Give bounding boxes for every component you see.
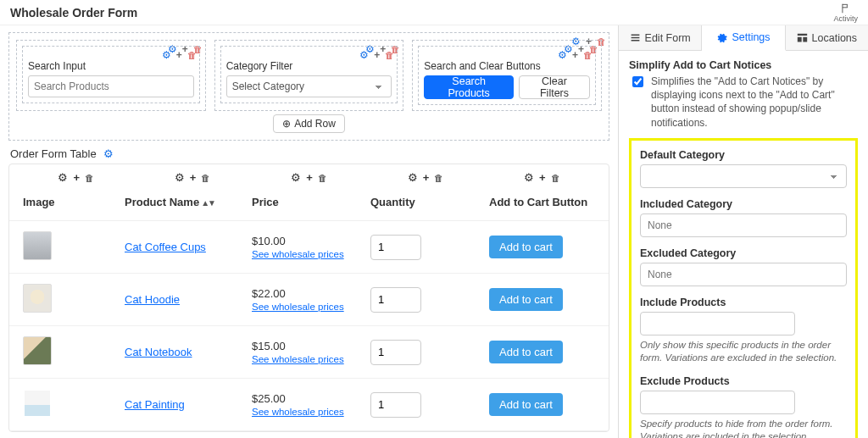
include-products-hint: Only show this specific products in the … (640, 339, 847, 365)
included-category-label: Included Category (640, 198, 847, 210)
trash-icon[interactable] (201, 171, 210, 184)
trash-icon[interactable] (583, 49, 593, 61)
block-label: Category Filter (226, 60, 392, 72)
block-label: Search Input (28, 60, 194, 72)
plus-icon[interactable] (572, 49, 578, 61)
excluded-category-label: Excluded Category (640, 247, 847, 259)
block-search: Search Input (16, 40, 206, 111)
list-icon (630, 32, 641, 43)
trash-icon[interactable] (318, 171, 327, 184)
table-row: Cat Coffee Cups $10.00 See wholesale pri… (9, 221, 609, 274)
page-title: Wholesale Order Form (10, 6, 137, 19)
price-value: $22.00 (252, 287, 360, 300)
gear-icon[interactable] (558, 49, 567, 61)
table-section-title: Order Form Table (10, 147, 609, 160)
tab-settings[interactable]: Settings (702, 25, 785, 51)
col-price[interactable]: Price (247, 192, 365, 212)
settings-body: Simplify Add to Cart Notices Simplifies … (619, 51, 868, 438)
default-category-select[interactable] (640, 164, 847, 188)
product-thumb[interactable] (23, 336, 52, 365)
col-image[interactable]: Image (18, 192, 120, 212)
inner-tools (359, 49, 394, 61)
product-link[interactable]: Cat Coffee Cups (125, 241, 206, 253)
top-bar: Wholesale Order Form Activity (0, 0, 868, 25)
sort-icon: ▲▼ (201, 198, 214, 208)
plus-icon[interactable] (176, 49, 182, 61)
block-buttons: Search and Clear Buttons Search Products… (412, 40, 602, 111)
quantity-input[interactable] (370, 287, 421, 313)
gear-icon (716, 32, 727, 43)
col-quantity[interactable]: Quantity (365, 192, 484, 212)
price-value: $15.00 (252, 340, 360, 352)
add-to-cart-button[interactable]: Add to cart (489, 236, 563, 258)
plus-icon[interactable] (190, 171, 197, 184)
price-value: $10.00 (252, 235, 360, 247)
gear-icon[interactable] (524, 171, 534, 184)
table-row: Cat Painting $25.00 See wholesale prices… (9, 379, 609, 431)
trash-icon[interactable] (85, 171, 94, 184)
add-to-cart-button[interactable]: Add to cart (489, 341, 563, 363)
excluded-category-input[interactable] (640, 263, 847, 286)
quantity-input[interactable] (370, 392, 421, 418)
column-tools-row (9, 164, 609, 187)
gear-icon[interactable] (175, 171, 185, 184)
gear-icon[interactable] (162, 49, 171, 61)
see-wholesale-link[interactable]: See wholesale prices (252, 249, 344, 259)
activity-button[interactable]: Activity (833, 3, 858, 23)
block-category: Category Filter Select Category (214, 40, 404, 111)
product-link[interactable]: Cat Hoodie (125, 293, 180, 306)
exclude-products-hint: Specify products to hide from the order … (640, 418, 847, 438)
product-link[interactable]: Cat Painting (125, 398, 185, 411)
trash-icon[interactable] (434, 171, 443, 184)
see-wholesale-link[interactable]: See wholesale prices (252, 407, 344, 417)
quantity-input[interactable] (370, 235, 421, 260)
block-label: Search and Clear Buttons (424, 60, 590, 72)
see-wholesale-link[interactable]: See wholesale prices (252, 302, 344, 312)
product-link[interactable]: Cat Notebook (125, 346, 192, 358)
col-add-to-cart[interactable]: Add to Cart Button (484, 192, 600, 212)
exclude-products-input[interactable] (640, 391, 795, 414)
gear-icon[interactable] (359, 49, 369, 61)
product-thumb[interactable] (23, 231, 52, 260)
inner-tools (558, 49, 593, 61)
builder-row: Search Input (8, 32, 609, 141)
gear-icon[interactable] (103, 147, 114, 160)
tab-edit-form[interactable]: Edit Form (619, 25, 702, 50)
trash-icon[interactable] (187, 49, 197, 61)
plus-icon[interactable] (306, 171, 313, 184)
product-thumb[interactable] (23, 389, 52, 418)
plus-circle-icon: ⊕ (282, 118, 291, 130)
product-thumb[interactable] (23, 284, 52, 313)
see-wholesale-link[interactable]: See wholesale prices (252, 354, 344, 364)
table-row: Cat Hoodie $22.00 See wholesale prices A… (9, 274, 609, 326)
search-products-button[interactable]: Search Products (424, 75, 514, 99)
plus-icon[interactable] (423, 171, 430, 184)
include-products-input[interactable] (640, 312, 795, 335)
search-input[interactable] (28, 75, 194, 97)
inner-tools (162, 49, 197, 61)
table-header: Image Product Name▲▼ Price Quantity Add … (9, 187, 609, 221)
default-category-label: Default Category (640, 149, 847, 161)
add-to-cart-button[interactable]: Add to cart (489, 393, 563, 416)
tab-locations[interactable]: Locations (786, 25, 868, 50)
trash-icon[interactable] (385, 49, 394, 61)
trash-icon[interactable] (551, 171, 560, 184)
col-product-name[interactable]: Product Name▲▼ (120, 192, 247, 212)
gear-icon[interactable] (291, 171, 301, 184)
plus-icon[interactable] (539, 171, 546, 184)
category-select[interactable]: Select Category (226, 75, 392, 97)
order-form-table: Image Product Name▲▼ Price Quantity Add … (8, 164, 609, 432)
plus-icon[interactable] (73, 171, 80, 184)
add-row-button[interactable]: ⊕ Add Row (273, 114, 345, 133)
simplify-title: Simplify Add to Cart Notices (629, 59, 858, 71)
quantity-input[interactable] (370, 340, 421, 365)
included-category-input[interactable] (640, 213, 847, 237)
table-row: Cat Notebook $15.00 See wholesale prices… (9, 326, 609, 379)
clear-filters-button[interactable]: Clear Filters (519, 75, 590, 99)
simplify-checkbox[interactable] (632, 76, 643, 87)
plus-icon[interactable] (374, 49, 380, 61)
include-products-label: Include Products (640, 297, 847, 308)
add-to-cart-button[interactable]: Add to cart (489, 288, 563, 311)
gear-icon[interactable] (408, 171, 418, 184)
gear-icon[interactable] (58, 171, 68, 184)
